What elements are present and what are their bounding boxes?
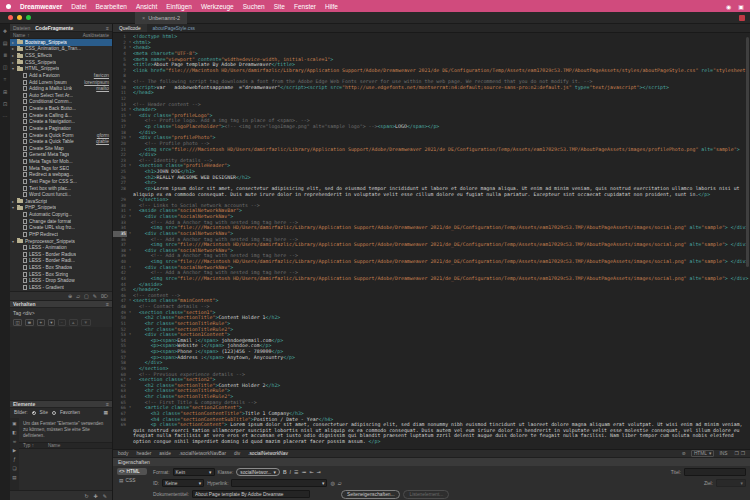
- snippets-col-name[interactable]: Name: [13, 33, 25, 38]
- tag-selector-body[interactable]: body: [118, 451, 128, 456]
- edit-asset-icon[interactable]: ✎: [103, 493, 107, 499]
- lint-status-icon[interactable]: ⊘: [682, 451, 686, 456]
- snippet-item-less-animation[interactable]: LESS - Animation: [10, 244, 112, 251]
- snippet-folder-css-snippets[interactable]: ▸CSS_Snippets: [10, 59, 112, 66]
- media-assets-icon[interactable]: ▶: [13, 448, 16, 453]
- source-code-button[interactable]: Quellcode: [113, 24, 147, 32]
- snippet-item-less-box-sizing[interactable]: LESS - Box Sizing: [10, 271, 112, 278]
- snippet-item-create-a-back-butto[interactable]: Create a Back Butto...: [10, 105, 112, 112]
- move-down-icon[interactable]: ▼: [81, 319, 90, 326]
- add-behavior-arrow-icon[interactable]: ▾: [48, 319, 55, 326]
- show-set-events-icon[interactable]: ◫: [13, 319, 22, 326]
- snippet-folder-php-snippets[interactable]: ▾PHP_Snippets: [10, 205, 112, 212]
- library-assets-icon[interactable]: ▤: [12, 475, 16, 480]
- files-dock-icon[interactable]: ❖: [3, 28, 7, 34]
- code-line-69[interactable]: 69 <p class="sectionContent"> Lorem ipsu…: [113, 422, 750, 445]
- split-window-icon[interactable]: ❐: [734, 451, 738, 456]
- document-tab[interactable]: × Unbenannt-2: [135, 12, 187, 24]
- snippet-item-add-lorem-ipsum[interactable]: Add Lorem Ipsumloremipsum: [10, 79, 112, 86]
- snippet-item-less-border-radi[interactable]: LESS - Border Radi...: [10, 258, 112, 265]
- screen-status-icon[interactable]: ◉: [726, 3, 731, 10]
- html-mode-button[interactable]: <> HTML: [117, 468, 147, 475]
- snippet-folder-bootstrap-snippets[interactable]: ▸Bootstrap_Snippets: [10, 39, 112, 46]
- css-mode-button[interactable]: ▤ CSS: [117, 477, 147, 484]
- snippet-item-meta-tags-for-seo[interactable]: Meta Tags for SEO: [10, 165, 112, 172]
- snippet-folder-css-animation-tran[interactable]: ▸CSS_Animation_&_Tran...: [10, 46, 112, 53]
- show-all-events-icon[interactable]: ≣: [25, 319, 34, 326]
- tag-selector-header[interactable]: header: [136, 451, 151, 456]
- snippet-item-automatic-copyrig[interactable]: Automatic Copyrig...: [10, 211, 112, 218]
- target-select[interactable]: ▾: [716, 479, 746, 487]
- tag-selector-socialnetworknav[interactable]: .socialNetworkNav: [248, 451, 288, 456]
- insert-dock-icon[interactable]: ⊞: [3, 89, 7, 95]
- title-input[interactable]: [684, 468, 746, 476]
- menu-app-name[interactable]: Dreamweaver: [20, 3, 62, 10]
- language-selector[interactable]: HTML▾: [691, 450, 714, 457]
- format-select[interactable]: Kein▾: [173, 468, 215, 476]
- snippet-item-less-gradient[interactable]: LESS - Gradient: [10, 284, 112, 291]
- move-up-icon[interactable]: ▲: [69, 319, 78, 326]
- menu-ansicht[interactable]: Ansicht: [136, 3, 157, 10]
- assets-grid-icon[interactable]: ▦: [103, 410, 108, 415]
- snippet-item-general-meta-tags[interactable]: General Meta Tags: [10, 152, 112, 159]
- site-radio[interactable]: [32, 411, 36, 415]
- ordered-list-icon[interactable]: ≔: [301, 469, 306, 475]
- snippet-item-test-page-for-css-s[interactable]: Test Page for CSS S...: [10, 178, 112, 185]
- snippet-item-create-site-map[interactable]: Create Site Map: [10, 145, 112, 152]
- tag-selector-aside[interactable]: aside: [159, 451, 170, 456]
- more-panels-icon[interactable]: ⋯: [3, 113, 8, 119]
- behaviors-panel-menu-icon[interactable]: ≡: [106, 301, 109, 307]
- new-snippet-icon[interactable]: ▢: [84, 293, 89, 299]
- doc-title-input[interactable]: [192, 490, 310, 498]
- assets-col-name[interactable]: Name: [48, 443, 60, 448]
- menu-datei[interactable]: Datei: [71, 3, 86, 10]
- related-file-button[interactable]: aboutPageStyle.css: [147, 26, 201, 31]
- favorites-radio[interactable]: [52, 411, 56, 415]
- site-radio-label[interactable]: Site: [40, 410, 48, 415]
- snippet-item-redirect-a-webpag[interactable]: Redirect a webpag...: [10, 172, 112, 179]
- snippet-item-less-drop-shadow[interactable]: LESS - Drop Shadow: [10, 278, 112, 285]
- code-line-11[interactable]: 11</head>: [113, 90, 750, 96]
- snippet-folder-preprocessor-snippets[interactable]: ▾Preprocessor_Snippets: [10, 238, 112, 245]
- add-asset-icon[interactable]: ✚: [94, 493, 98, 499]
- page-properties-button[interactable]: Seiteneigenschaften...: [341, 490, 400, 499]
- code-editor[interactable]: 1<!doctype html>2▾<html>3▾<head>4<meta c…: [113, 33, 750, 449]
- snippet-folder-html-snippets[interactable]: ▾HTML_Snippets: [10, 66, 112, 73]
- snippet-item-create-url-slug-fro[interactable]: Create URL slug fro...: [10, 225, 112, 232]
- menu-site[interactable]: Site: [274, 3, 285, 10]
- templates-assets-icon[interactable]: ❏: [12, 466, 16, 471]
- menu-suchen[interactable]: Suchen: [243, 3, 265, 10]
- tab-files[interactable]: Dateien: [13, 25, 30, 31]
- menu-einf-gen[interactable]: Einfügen: [166, 3, 192, 10]
- snippet-item-text-box-with-plac[interactable]: Text box with plac...: [10, 185, 112, 192]
- images-assets-icon[interactable]: ▣: [12, 421, 16, 426]
- tag-selector-div[interactable]: div: [234, 451, 240, 456]
- assets-col-type[interactable]: Typ: [23, 443, 30, 448]
- italic-button[interactable]: I: [290, 469, 291, 475]
- hyperlink-input[interactable]: ▾: [231, 479, 327, 487]
- assets-panel-menu-icon[interactable]: ≡: [106, 401, 109, 407]
- favorites-radio-label[interactable]: Favoriten: [60, 410, 80, 415]
- cc-libraries-dock-icon[interactable]: ▤: [3, 40, 8, 46]
- apple-menu-icon[interactable]: [6, 4, 11, 9]
- snippet-item-meta-tags-for-mob[interactable]: Meta Tags for Mob...: [10, 158, 112, 165]
- snippet-item-create-a-calling[interactable]: Create a Calling &...: [10, 112, 112, 119]
- urls-assets-icon[interactable]: ∞: [13, 439, 16, 444]
- display-status-icon[interactable]: ▣: [738, 3, 744, 10]
- vertical-scrollbar[interactable]: [746, 37, 749, 267]
- refresh-assets-icon[interactable]: ↻: [84, 493, 88, 499]
- menu-bearbeiten[interactable]: Bearbeiten: [95, 3, 126, 10]
- assets-dock-icon[interactable]: ⌗: [4, 76, 7, 83]
- snippet-item-create-a-quick-table[interactable]: Create a Quick Tableqtable: [10, 138, 112, 145]
- snippet-folder-css-effects[interactable]: ▸CSS_Effects: [10, 52, 112, 59]
- snippet-item-less-box-shadow[interactable]: LESS - Box Shadow: [10, 264, 112, 271]
- bold-button[interactable]: B: [283, 469, 287, 475]
- snippet-item-adding-a-mailto-link[interactable]: Adding a Mailto Linkmailto: [10, 85, 112, 92]
- snippets-panel-menu-icon[interactable]: ≡: [106, 25, 109, 31]
- snippets-dock-icon[interactable]: ≣: [3, 52, 7, 58]
- snippet-item-create-a-pagination[interactable]: Create a Pagination: [10, 125, 112, 132]
- snippet-item-conditional-comm[interactable]: Conditional Comm...: [10, 99, 112, 106]
- snippet-item-php-redirect[interactable]: PHP Redirect: [10, 231, 112, 238]
- layout-window-icon[interactable]: ❐: [741, 451, 745, 456]
- class-select[interactable]: socialNetwor...▾: [236, 468, 280, 476]
